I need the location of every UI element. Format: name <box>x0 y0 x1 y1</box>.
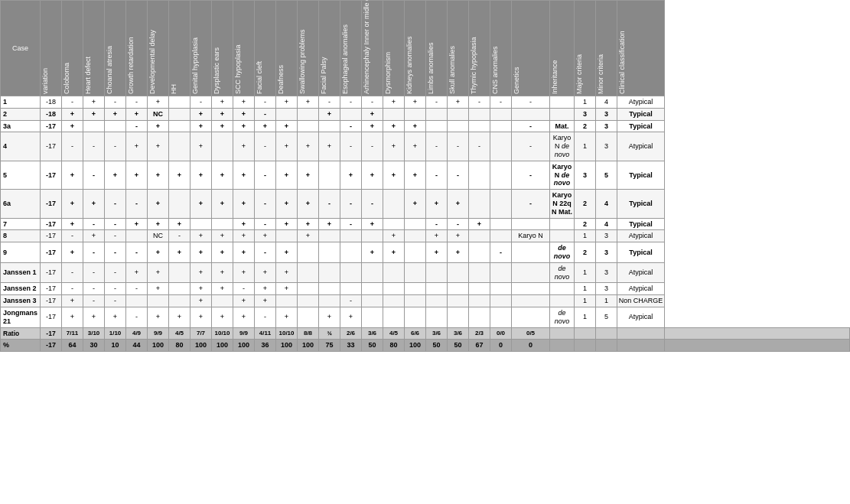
cell-swallowing: + <box>298 96 319 109</box>
percent-value: 67 <box>469 339 490 351</box>
cell-arhin <box>362 283 383 295</box>
cell-variation: -17 <box>41 132 62 161</box>
cell-case: Janssen 1 <box>1 262 41 283</box>
ratio-value: 3/6 <box>426 327 448 339</box>
ratio-value: 9/9 <box>233 327 255 339</box>
cell-dysplastic: + <box>212 161 233 189</box>
cell-facial_cleft: - <box>255 242 276 263</box>
cell-limbs <box>426 120 448 132</box>
percent-row: %-17643010441008010010010036100100753350… <box>1 339 850 351</box>
cell-arhin <box>362 307 383 327</box>
cell-scc: + <box>233 307 255 327</box>
cell-deafness: + <box>276 242 298 263</box>
cell-genetics <box>512 262 550 283</box>
cell-facial_palsy <box>319 120 340 132</box>
cell-cns <box>490 108 512 120</box>
cell-facial_palsy <box>319 242 340 263</box>
cell-deafness: + <box>276 120 298 132</box>
cell-cns: - <box>490 242 512 263</box>
ratio-value: 9/9 <box>148 327 169 339</box>
cell-arhin: + <box>362 120 383 132</box>
cell-arhin <box>362 262 383 283</box>
cell-developmental: NC <box>148 230 169 242</box>
header-scc: SCC hypoplasia <box>233 1 255 96</box>
percent-value: 100 <box>298 339 319 351</box>
cell-genital: + <box>191 295 212 307</box>
cell-minor: 3 <box>596 132 617 161</box>
cell-deafness: + <box>276 96 298 109</box>
cell-dysplastic <box>212 218 233 230</box>
percent-label: % <box>1 339 41 351</box>
cell-dysplastic <box>212 132 233 161</box>
cell-major: 2 <box>575 190 596 218</box>
cell-major: 2 <box>575 120 596 132</box>
cell-heart: - <box>83 283 105 295</box>
cell-heart: - <box>83 262 105 283</box>
cell-dysplastic: + <box>212 242 233 263</box>
cell-minor: 3 <box>596 283 617 295</box>
cell-thymic <box>469 262 490 283</box>
cell-skull: + <box>448 190 469 218</box>
cell-cns <box>490 218 512 230</box>
cell-limbs: - <box>426 132 448 161</box>
header-variation: variation <box>41 1 62 96</box>
cell-major: 1 <box>575 96 596 109</box>
ratio-value: ¾ <box>319 327 340 339</box>
percent-value: 10 <box>105 339 126 351</box>
cell-minor: 5 <box>596 161 617 189</box>
cell-facial_palsy <box>319 283 340 295</box>
cell-facial_palsy: - <box>319 96 340 109</box>
header-facial-palsy: Facial Palsy <box>319 1 340 96</box>
ratio-value: 0/5 <box>512 327 550 339</box>
cell-swallowing: + <box>298 190 319 218</box>
header-cns: CNS anomalies <box>490 1 512 96</box>
cell-hh <box>169 262 191 283</box>
ratio-empty <box>665 327 850 339</box>
cell-arhin: + <box>362 108 383 120</box>
cell-choanal <box>105 120 126 132</box>
table-body: 1-18-+--+-++-++---++-+---14Atypical2-18+… <box>1 96 850 352</box>
ratio-value: 3/10 <box>83 327 105 339</box>
cell-genetics <box>512 295 550 307</box>
percent-value: 0 <box>512 339 550 351</box>
cell-dysplastic: + <box>212 96 233 109</box>
cell-dysmorphism <box>383 295 405 307</box>
cell-facial_palsy: + <box>319 307 340 327</box>
cell-kidneys <box>405 108 426 120</box>
cell-dysmorphism <box>383 190 405 218</box>
cell-hh <box>169 96 191 109</box>
cell-dysplastic: + <box>212 262 233 283</box>
cell-thymic: - <box>469 96 490 109</box>
cell-facial_palsy: + <box>319 132 340 161</box>
cell-variation: -17 <box>41 242 62 263</box>
cell-limbs <box>426 262 448 283</box>
cell-dysplastic: + <box>212 283 233 295</box>
percent-value: 50 <box>448 339 469 351</box>
table-row: Janssen 1-17---+++++++de novo13Atypical <box>1 262 850 283</box>
ratio-value: 10/10 <box>212 327 233 339</box>
cell-major: 1 <box>575 132 596 161</box>
cell-inheritance: de novo <box>550 242 575 263</box>
percent-empty <box>665 339 850 351</box>
cell-inheritance: Mat. <box>550 120 575 132</box>
cell-major: 1 <box>575 295 596 307</box>
cell-kidneys <box>405 295 426 307</box>
cell-minor: 3 <box>596 120 617 132</box>
cell-limbs: - <box>426 161 448 189</box>
cell-kidneys <box>405 283 426 295</box>
header-genetics: Genetics <box>512 1 550 96</box>
cell-variation: -17 <box>41 262 62 283</box>
cell-dysmorphism: + <box>383 120 405 132</box>
cell-arhin <box>362 230 383 242</box>
cell-skull: + <box>448 242 469 263</box>
cell-swallowing: + <box>298 132 319 161</box>
cell-clinical: Typical <box>617 190 665 218</box>
cell-case: 4 <box>1 132 41 161</box>
cell-deafness: + <box>276 307 298 327</box>
percent-value: 0 <box>490 339 512 351</box>
cell-minor: 1 <box>596 295 617 307</box>
cell-facial_palsy: + <box>319 218 340 230</box>
cell-skull: + <box>448 230 469 242</box>
cell-limbs <box>426 295 448 307</box>
cell-genital: + <box>191 283 212 295</box>
